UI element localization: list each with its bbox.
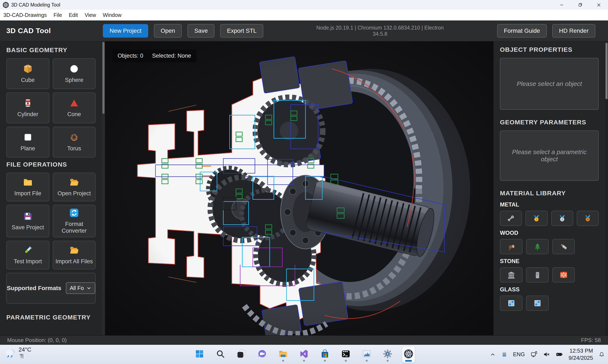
taskbar-app-settings[interactable] [381, 347, 394, 363]
material-stone-3-button[interactable] [552, 267, 575, 283]
sidebar-scrollbar-thumb[interactable] [102, 42, 104, 114]
gold-medal-icon: 1 [532, 214, 541, 222]
running-indicator [324, 360, 326, 362]
taskbar-app-photos[interactable] [360, 347, 373, 363]
volume-mute-icon[interactable] [543, 351, 550, 358]
language-indicator[interactable]: ENG [513, 351, 525, 358]
torus-button[interactable]: Torus [53, 127, 96, 157]
sphere-label: Sphere [65, 77, 83, 83]
plane-label: Plane [20, 145, 35, 152]
weather-temperature: 24°C [19, 347, 31, 353]
plane-icon [23, 132, 33, 142]
format-converter-button[interactable]: Format Converter [53, 205, 96, 237]
menu-item-edit[interactable]: Edit [69, 12, 78, 18]
tray-overflow-chevron-icon[interactable] [490, 351, 496, 357]
import-all-files-button[interactable]: Import All Files [53, 241, 96, 269]
windows-start-icon [195, 349, 204, 359]
cone-button[interactable]: Cone [53, 92, 96, 123]
classical-building-icon [507, 271, 515, 279]
clock[interactable]: 12:53 PM 9/24/2025 [569, 347, 593, 362]
search-icon [216, 349, 225, 359]
menu-item-view[interactable]: View [85, 12, 96, 18]
battery-icon[interactable] [556, 351, 563, 358]
taskbar-app-chat[interactable] [256, 347, 269, 363]
export-stl-button[interactable]: Export STL [220, 24, 263, 38]
material-metal-2-button[interactable]: 1 [525, 211, 547, 226]
system-tray: ENG 12:53 PM 9/24/2025 [490, 345, 605, 364]
notification-bell-icon[interactable] [599, 351, 605, 357]
material-stone-2-button[interactable] [526, 267, 549, 283]
test-import-label: Test Import [14, 258, 42, 265]
taskbar-app-start[interactable] [193, 347, 206, 363]
new-project-button[interactable]: New Project [103, 24, 148, 38]
save-project-button[interactable]: Save Project [6, 205, 49, 237]
material-wood-3-button[interactable] [552, 239, 575, 254]
open-project-label: Open Project [57, 190, 91, 197]
material-glass-2-button[interactable] [526, 296, 549, 311]
cylinder-button[interactable]: Cylinder [6, 92, 49, 123]
hd-render-button[interactable]: HD Render [552, 24, 595, 38]
format-guide-button[interactable]: Format Guide [497, 24, 547, 38]
material-metal-1-button[interactable] [500, 211, 522, 226]
material-group-glass: GLASS [500, 286, 599, 293]
weather-widget[interactable]: 24°C 雨 [3, 346, 31, 360]
section-title-basic-geometry: BASIC GEOMETRY [6, 46, 96, 54]
gearbox-model-render [105, 41, 493, 335]
sphere-button[interactable]: Sphere [53, 58, 96, 89]
menu-item-3d-cad-drawings[interactable]: 3D-CAD-Drawings [3, 12, 47, 18]
open-button[interactable]: Open [154, 24, 182, 38]
toolbar-actions: New ProjectOpenSaveExport STL [103, 24, 263, 38]
task-view-icon [236, 349, 246, 359]
mouse-position: Mouse Position: (0, 0, 0) [7, 337, 67, 344]
test-import-button[interactable]: Test Import [6, 241, 49, 269]
taskbar-app-terminal[interactable] [339, 347, 352, 363]
active-indicator [405, 360, 412, 362]
material-row-metal: 123 [500, 211, 599, 226]
material-wood-2-button[interactable] [526, 239, 549, 254]
taskbar-app-visual-studio[interactable] [298, 347, 310, 363]
right-sidebar: OBJECT PROPERTIES Please select an objec… [493, 41, 608, 335]
menu-item-file[interactable]: File [54, 12, 62, 18]
display-cast-icon[interactable] [530, 351, 538, 358]
left-sidebar: BASIC GEOMETRYCubeSphereCylinderConePlan… [0, 41, 105, 335]
geometry-parameters-panel: Please select a parametric object [500, 130, 599, 181]
taskbar-app-file-explorer[interactable] [277, 347, 289, 363]
plane-button[interactable]: Plane [6, 127, 49, 157]
object-properties-placeholder: Please select an object [517, 80, 582, 87]
material-stone-1-button[interactable] [500, 267, 522, 283]
running-indicator [282, 360, 284, 362]
brick-icon [560, 271, 568, 279]
supported-formats-select[interactable]: All Fo [66, 282, 95, 294]
toolbar: 3D CAD Tool New ProjectOpenSaveExport ST… [0, 20, 608, 41]
viewport-3d[interactable]: Objects: 0 Selected: None [105, 41, 493, 335]
material-metal-3-button[interactable]: 2 [551, 211, 573, 226]
tray-app-icon[interactable] [501, 351, 507, 357]
restore-button[interactable] [571, 0, 589, 10]
chat-icon [257, 349, 267, 359]
environment-info: Node.js 20.19.1 | Chromium 132.0.6834.21… [308, 25, 452, 37]
material-wood-1-button[interactable] [500, 239, 522, 254]
cube-label: Cube [21, 77, 35, 83]
tray-time: 12:53 PM [569, 347, 593, 354]
material-group-stone: STONE [500, 258, 599, 265]
rain-cloud-icon [3, 346, 17, 360]
taskbar-app-search[interactable] [214, 347, 227, 363]
taskbar-app-cad-app[interactable] [402, 347, 415, 363]
material-groups: METAL123WOODSTONEGLASS [500, 201, 599, 311]
save-button[interactable]: Save [187, 24, 215, 38]
material-metal-4-button[interactable]: 3 [577, 211, 599, 226]
window-scrollbar-thumb[interactable] [606, 43, 608, 99]
floppy-disk-icon [23, 211, 33, 221]
taskbar-app-task-view[interactable] [235, 347, 248, 363]
weather-texts: 24°C 雨 [19, 347, 31, 359]
menu-item-window[interactable]: Window [103, 12, 122, 18]
material-glass-1-button[interactable] [500, 296, 522, 311]
bronze-medal-icon: 3 [584, 214, 592, 222]
minimize-button[interactable] [552, 0, 571, 10]
close-button[interactable] [589, 0, 608, 10]
import-file-button[interactable]: Import File [6, 173, 49, 201]
taskbar-app-store[interactable] [319, 347, 331, 363]
open-project-button[interactable]: Open Project [53, 173, 96, 201]
restore-icon [577, 2, 583, 8]
cube-button[interactable]: Cube [6, 58, 49, 89]
